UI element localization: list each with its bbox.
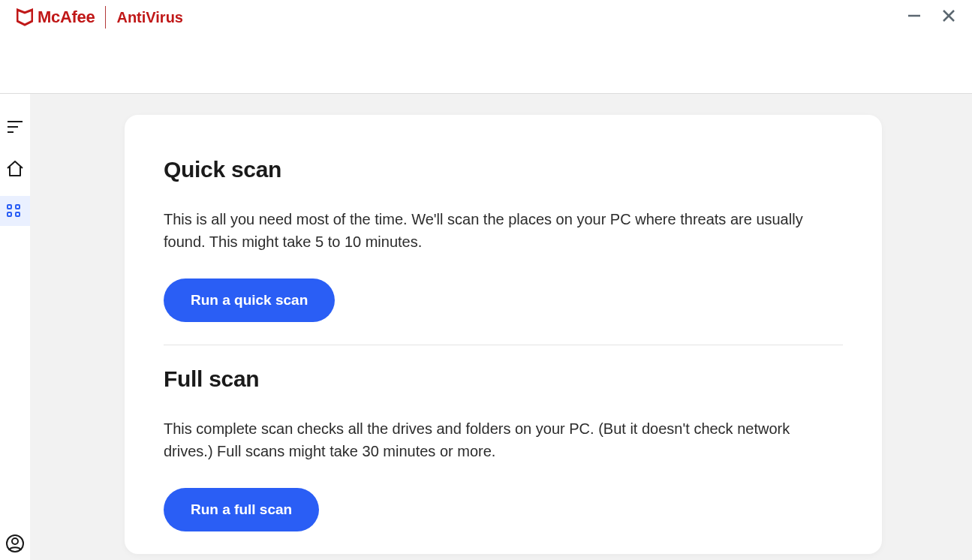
svg-rect-8	[8, 212, 11, 216]
full-scan-title: Full scan	[164, 366, 843, 392]
svg-point-11	[12, 538, 18, 544]
home-nav-button[interactable]	[0, 154, 30, 184]
minimize-button[interactable]	[903, 5, 925, 27]
home-icon	[6, 161, 24, 177]
section-divider	[164, 345, 843, 345]
svg-rect-9	[16, 212, 20, 216]
brand-area: McAfee AntiVirus	[0, 0, 183, 29]
brand-divider	[105, 6, 106, 29]
apps-nav-button[interactable]	[0, 196, 30, 226]
run-full-scan-button[interactable]: Run a full scan	[164, 488, 319, 531]
scan-options-card: Quick scan This is all you need most of …	[125, 115, 882, 554]
user-icon	[5, 534, 25, 553]
svg-rect-6	[8, 205, 11, 209]
quick-scan-title: Quick scan	[164, 157, 843, 182]
main-content: Quick scan This is all you need most of …	[30, 94, 972, 560]
account-nav-button[interactable]	[0, 528, 30, 558]
body-area: Quick scan This is all you need most of …	[0, 94, 972, 560]
full-scan-section: Full scan This complete scan checks all …	[164, 366, 843, 531]
grid-icon	[7, 204, 23, 218]
svg-rect-7	[16, 205, 20, 209]
run-quick-scan-button[interactable]: Run a quick scan	[164, 278, 335, 322]
mcafee-logo: McAfee	[17, 8, 95, 27]
brand-name: McAfee	[38, 8, 95, 27]
left-rail	[0, 94, 30, 560]
window-controls	[903, 5, 960, 27]
close-button[interactable]	[937, 5, 960, 27]
product-name: AntiVirus	[116, 9, 183, 26]
quick-scan-section: Quick scan This is all you need most of …	[164, 157, 843, 322]
menu-icon	[7, 119, 23, 134]
shield-icon	[17, 8, 33, 26]
menu-toggle-button[interactable]	[0, 112, 30, 142]
full-scan-description: This complete scan checks all the drives…	[164, 417, 817, 462]
app-header: McAfee AntiVirus	[0, 0, 972, 94]
quick-scan-description: This is all you need most of the time. W…	[164, 208, 817, 253]
